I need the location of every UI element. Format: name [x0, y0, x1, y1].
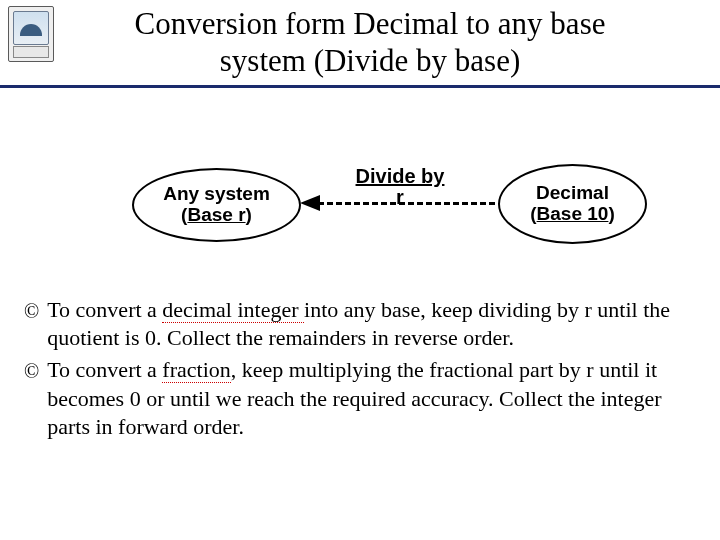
header: Conversion form Decimal to any base syst… [0, 0, 720, 88]
title-line-1: Conversion form Decimal to any base [135, 6, 606, 41]
any-system-line2: (Base r) [134, 205, 299, 226]
logo-caption [13, 46, 49, 58]
title-line-2: system (Divide by base) [220, 43, 520, 78]
bullet-icon: © [24, 356, 39, 440]
base-10-text: Base 10 [537, 203, 609, 224]
b1-key: decimal integer [162, 297, 304, 323]
paren-close: ) [246, 204, 252, 225]
conversion-diagram: Any system (Base r) Divide by r Decimal … [0, 148, 720, 278]
arrow-shaft [318, 202, 495, 205]
b1-pre: To convert a [47, 297, 162, 322]
b2-key: fraction [162, 357, 230, 383]
bullet-icon: © [24, 296, 39, 352]
paren-close-2: ) [608, 203, 614, 224]
arrow-label-line1: Divide by [356, 165, 445, 187]
list-item: © To convert a fraction, keep multiplyin… [24, 356, 690, 440]
list-item: © To convert a decimal integer into any … [24, 296, 690, 352]
logo-sky [13, 11, 49, 45]
bullet-2-text: To convert a fraction, keep multiplying … [47, 356, 690, 440]
any-system-oval: Any system (Base r) [132, 168, 301, 242]
arrow-head [300, 195, 320, 211]
university-logo [8, 6, 54, 62]
bullet-list: © To convert a decimal integer into any … [0, 296, 720, 441]
logo-dome [20, 24, 42, 36]
b2-pre: To convert a [47, 357, 162, 382]
slide: Conversion form Decimal to any base syst… [0, 0, 720, 540]
any-system-line1: Any system [134, 184, 299, 205]
page-title: Conversion form Decimal to any base syst… [10, 6, 710, 85]
base-r-text: Base r [187, 204, 245, 225]
decimal-line2: (Base 10) [500, 204, 645, 225]
arrow-left-icon [300, 198, 495, 208]
bullet-1-text: To convert a decimal integer into any ba… [47, 296, 690, 352]
decimal-line1: Decimal [500, 183, 645, 204]
decimal-oval: Decimal (Base 10) [498, 164, 647, 244]
